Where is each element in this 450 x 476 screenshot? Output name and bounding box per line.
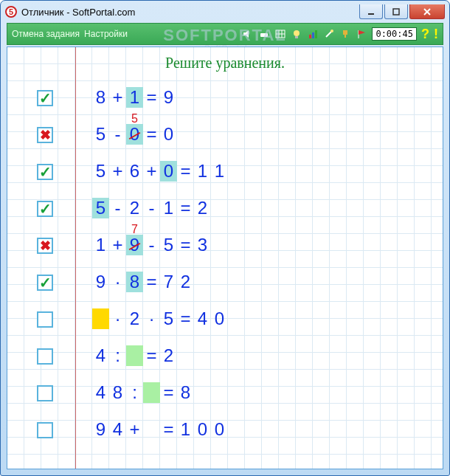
flag-icon[interactable] [356,28,367,40]
svg-marker-4 [243,30,249,38]
eq-token: 3 [194,235,211,255]
answer-cell: 8 [126,272,143,292]
attention-button[interactable]: ! [434,28,438,40]
equation: 8+1=9 [92,87,177,108]
eq-token: + [109,87,126,108]
eq-token: 4 [194,308,211,329]
equation: 5-2-1=2 [92,198,211,218]
eraser-icon[interactable] [258,28,270,40]
correction-digit: 5 [126,112,143,125]
close-button[interactable] [409,4,445,19]
cross-icon: ✖ [40,128,51,142]
maximize-button[interactable] [384,4,408,19]
eq-token: 7 [160,272,177,292]
eq-token: : [126,382,143,403]
svg-rect-17 [343,30,347,35]
eq-token: 8 [109,382,126,403]
equation: 48: =8 [92,382,194,403]
eq-token: = [143,272,160,292]
eq-token: 5 [160,308,177,329]
status-box[interactable]: ✓ [37,275,53,291]
equation: 5+6+0=11 [92,161,228,182]
check-icon: ✓ [39,91,52,106]
eq-token: - [109,124,126,145]
status-box[interactable] [37,348,53,365]
eq-token: = [143,345,160,366]
eq-token: = [160,419,177,440]
answer-cell: 0 [160,161,177,182]
minimize-button[interactable] [359,4,383,19]
eq-token: 0 [160,124,177,145]
status-box[interactable]: ✓ [37,90,53,106]
equation-row: ✖1+97-5=3 [7,229,443,266]
svg-rect-1 [393,9,399,15]
status-box[interactable]: ✓ [37,201,53,217]
answer-cell[interactable] [92,308,109,329]
check-icon: ✓ [39,165,52,179]
eq-token: 0 [211,308,228,329]
bulb-icon[interactable] [291,28,302,40]
toolbar: Отмена задания Настройки 0:00:45 ? ! [7,23,443,45]
answer-cell: 97 [126,235,143,255]
equation-row: 4: =2 [7,339,443,376]
wand-icon[interactable] [323,28,335,40]
equation-row: 94+ =100 [7,413,443,450]
eq-token: 8 [92,87,109,108]
eq-token: + [126,419,143,440]
eq-token: = [177,161,194,182]
equation-row: 48: =8 [7,376,443,413]
status-box[interactable]: ✖ [37,127,53,143]
sound-icon[interactable] [242,28,254,40]
status-box[interactable] [37,422,53,438]
eq-token: - [143,235,160,255]
eq-token: 5 [92,124,109,145]
equation-list: ✓8+1=9✖5-05=0✓5+6+0=11✓5-2-1=2✖1+97-5=3✓… [7,81,443,450]
worksheet-heading: Решите уравнения. [7,55,443,72]
status-box[interactable]: ✓ [37,164,53,180]
eq-token: 0 [194,419,211,440]
equation: ·2·5=40 [92,308,228,329]
eq-token: 6 [126,161,143,182]
chart-icon[interactable] [307,28,319,40]
equation: 5-05=0 [92,124,177,145]
menu-cancel-task[interactable]: Отмена задания [12,29,80,39]
eq-token: 1 [160,198,177,218]
svg-rect-12 [309,35,311,38]
equation-row: ✓9·8=72 [7,266,443,303]
eq-token: 1 [211,161,228,182]
eq-token: 1 [92,235,109,255]
eq-token: 5 [92,161,109,182]
eq-token: 9 [92,419,109,440]
svg-rect-13 [312,32,314,38]
cross-icon: ✖ [40,239,51,252]
svg-marker-20 [359,30,365,35]
answer-cell[interactable] [126,345,143,366]
window-controls [359,4,445,19]
equation: 1+97-5=3 [92,235,211,255]
eq-token: + [143,161,160,182]
answer-cell[interactable] [143,419,160,440]
answer-cell[interactable] [143,382,160,403]
eq-token: 0 [211,419,228,440]
status-box[interactable] [37,311,53,328]
status-box[interactable] [37,385,53,401]
eq-token: 5 [160,235,177,255]
svg-rect-18 [345,35,346,38]
trophy-icon[interactable] [339,28,351,40]
svg-rect-5 [260,33,268,37]
grid-icon[interactable] [274,28,286,40]
timer-display: 0:00:45 [372,27,417,41]
eq-token: 9 [160,87,177,108]
eq-token: · [109,308,126,329]
status-box[interactable]: ✖ [37,238,53,254]
help-button[interactable]: ? [421,28,429,40]
eq-token: 2 [126,308,143,329]
eq-token: 4 [109,419,126,440]
equation-row: ·2·5=40 [7,303,443,339]
svg-rect-11 [295,36,298,38]
app-icon: 5 [5,6,17,18]
svg-point-16 [330,30,333,32]
eq-token: 1 [177,419,194,440]
menu-settings[interactable]: Настройки [84,29,128,39]
eq-token: · [109,272,126,292]
